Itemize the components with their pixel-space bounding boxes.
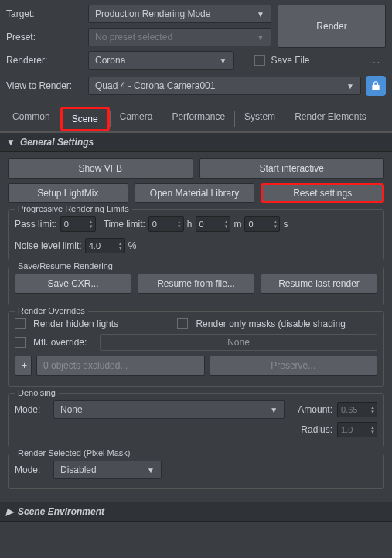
renderer-label: Renderer: <box>6 55 84 66</box>
renderer-dropdown[interactable]: Corona ▼ <box>88 51 234 70</box>
noise-limit-label: Noise level limit: <box>15 240 82 251</box>
target-label: Target: <box>6 9 84 19</box>
chevron-down-icon: ▼ <box>220 56 227 65</box>
noise-limit-input[interactable] <box>86 239 117 253</box>
save-file-browse-button[interactable]: ... <box>364 55 386 66</box>
chevron-down-icon: ▼ <box>257 33 264 42</box>
save-file-checkbox[interactable] <box>254 55 265 66</box>
renderer-value: Corona <box>95 55 125 66</box>
reset-settings-button[interactable]: Reset settings <box>261 183 384 203</box>
time-m-input[interactable] <box>196 217 223 231</box>
general-settings-header[interactable]: ▼ General Settings <box>0 132 392 152</box>
preserve-button[interactable]: Preserve... <box>210 356 378 376</box>
rs-mode-label: Mode: <box>15 464 49 475</box>
mtl-override-label: Mtl. override: <box>33 337 95 348</box>
save-resume-label: Save/Resume Rendering <box>15 261 116 270</box>
tab-common[interactable]: Common <box>3 107 60 131</box>
denoise-amount-input[interactable] <box>338 403 369 417</box>
tab-system[interactable]: System <box>235 107 285 131</box>
start-interactive-button[interactable]: Start interactive <box>199 158 385 179</box>
denoise-mode-label: Mode: <box>15 404 49 415</box>
noise-limit-spinner[interactable]: ▲▼ <box>85 238 125 253</box>
chevron-down-icon: ▼ <box>270 406 278 414</box>
expand-icon: ▶ <box>6 506 13 517</box>
denoise-amount-label: Amount: <box>289 404 332 415</box>
resume-last-button[interactable]: Resume last render <box>261 274 377 294</box>
time-s-unit: s <box>283 219 288 230</box>
denoise-mode-dropdown[interactable]: None ▼ <box>53 400 285 419</box>
pass-limit-input[interactable] <box>61 217 87 231</box>
denoise-mode-value: None <box>60 404 83 415</box>
show-vfb-button[interactable]: Show VFB <box>8 158 193 179</box>
exclude-add-button[interactable]: + <box>15 356 32 376</box>
progressive-limits-label: Progressive Rendering Limits <box>15 204 132 213</box>
tab-render-elements[interactable]: Render Elements <box>285 107 376 131</box>
target-value: Production Rendering Mode <box>95 9 210 19</box>
target-dropdown[interactable]: Production Rendering Mode ▼ <box>88 5 271 23</box>
denoise-radius-spinner[interactable]: ▲▼ <box>337 422 377 437</box>
mtl-override-checkbox[interactable] <box>15 337 26 348</box>
open-material-library-button[interactable]: Open Material Library <box>135 183 255 203</box>
render-hidden-label: Render hidden lights <box>33 318 172 329</box>
render-overrides-group: Render Overrides Render hidden lights Re… <box>8 311 384 387</box>
save-resume-group: Save/Resume Rendering Save CXR... Resume… <box>8 267 384 305</box>
denoise-radius-input[interactable] <box>338 423 369 437</box>
save-file-label: Save File <box>271 55 310 66</box>
tab-scene[interactable]: Scene <box>60 107 110 131</box>
lock-view-button[interactable] <box>366 76 386 96</box>
time-h-spinner[interactable]: ▲▼ <box>148 216 184 232</box>
render-overrides-label: Render Overrides <box>15 306 88 315</box>
chevron-down-icon: ▼ <box>346 82 354 90</box>
rs-mode-dropdown[interactable]: Disabled ▼ <box>53 461 162 479</box>
time-h-unit: h <box>187 219 193 230</box>
denoising-label: Denoising <box>15 388 59 397</box>
view-to-render-label: View to Render: <box>6 80 84 91</box>
tab-performance[interactable]: Performance <box>162 107 234 131</box>
pass-limit-spinner[interactable]: ▲▼ <box>60 216 96 232</box>
view-to-render-dropdown[interactable]: Quad 4 - Corona Camera001 ▼ <box>88 77 361 95</box>
preset-dropdown[interactable]: No preset selected ▼ <box>88 28 271 46</box>
time-h-input[interactable] <box>149 217 176 231</box>
render-selected-label: Render Selected (Pixel Mask) <box>15 448 134 458</box>
time-m-unit: m <box>233 219 241 230</box>
render-masks-label: Render only masks (disable shading <box>196 318 377 329</box>
excluded-objects-button[interactable]: 0 objects excluded... <box>36 356 205 376</box>
progressive-limits-group: Progressive Rendering Limits Pass limit:… <box>8 209 384 260</box>
scene-environment-header[interactable]: ▶ Scene Environment <box>0 502 392 522</box>
render-selected-group: Render Selected (Pixel Mask) Mode: Disab… <box>8 454 384 489</box>
save-cxr-button[interactable]: Save CXR... <box>15 274 131 294</box>
resume-from-file-button[interactable]: Resume from file... <box>138 274 254 294</box>
chevron-down-icon: ▼ <box>147 466 155 475</box>
render-hidden-checkbox[interactable] <box>15 318 26 329</box>
denoise-radius-label: Radius: <box>289 424 332 435</box>
general-settings-title: General Settings <box>20 137 94 148</box>
tab-camera[interactable]: Camera <box>111 107 162 131</box>
collapse-icon: ▼ <box>6 137 15 148</box>
chevron-down-icon: ▼ <box>257 10 264 19</box>
render-masks-checkbox[interactable] <box>177 318 188 329</box>
tabs-bar: Common Scene Camera Performance System R… <box>0 107 392 132</box>
preset-label: Preset: <box>6 32 84 43</box>
view-to-render-value: Quad 4 - Corona Camera001 <box>95 80 215 91</box>
denoising-group: Denoising Mode: None ▼ Amount: ▲▼ Radius… <box>8 393 384 447</box>
time-limit-label: Time limit: <box>104 219 145 230</box>
mtl-override-slot[interactable]: None <box>100 334 377 351</box>
setup-lightmix-button[interactable]: Setup LightMix <box>8 183 128 203</box>
denoise-amount-spinner[interactable]: ▲▼ <box>337 402 377 417</box>
preset-value: No preset selected <box>95 32 172 43</box>
time-s-input[interactable] <box>245 217 271 231</box>
time-s-spinner[interactable]: ▲▼ <box>244 216 280 232</box>
time-m-spinner[interactable]: ▲▼ <box>196 216 231 232</box>
render-button[interactable]: Render <box>278 5 386 48</box>
pass-limit-label: Pass limit: <box>15 219 57 230</box>
rs-mode-value: Disabled <box>60 464 97 475</box>
scene-environment-title: Scene Environment <box>18 506 104 517</box>
noise-pct: % <box>128 240 137 251</box>
lock-icon <box>370 80 381 91</box>
